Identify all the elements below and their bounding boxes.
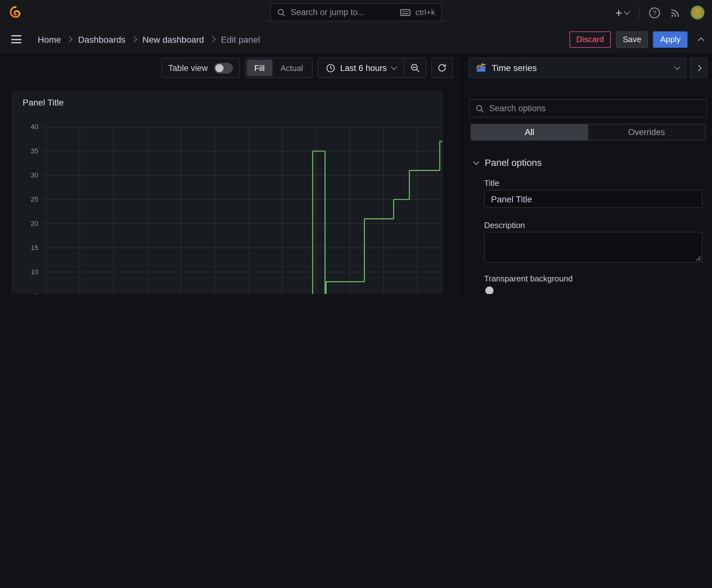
- chevron-right-icon: [209, 36, 216, 42]
- new-button[interactable]: +: [615, 6, 629, 19]
- chevron-right-icon: [695, 65, 702, 71]
- refresh-button[interactable]: [431, 58, 453, 78]
- title-label: Title: [484, 178, 499, 188]
- chevron-right-icon: [131, 36, 137, 42]
- visualization-picker[interactable]: Time series: [469, 58, 686, 78]
- search-icon: [277, 8, 286, 17]
- search-icon: [475, 104, 484, 113]
- zoom-out-button[interactable]: [404, 58, 426, 77]
- svg-text:35: 35: [31, 147, 38, 155]
- menu-toggle[interactable]: [9, 33, 24, 46]
- chevron-down-icon: [624, 8, 630, 15]
- description-textarea[interactable]: [484, 232, 703, 262]
- divider: [639, 6, 639, 19]
- panel-options-header[interactable]: Panel options: [474, 157, 542, 168]
- actual-option[interactable]: Actual: [273, 60, 310, 76]
- svg-text:10: 10: [31, 268, 38, 276]
- description-label: Description: [484, 220, 525, 230]
- chevron-down-icon: [674, 64, 680, 70]
- help-icon[interactable]: ?: [649, 6, 661, 19]
- time-range-label: Last 6 hours: [340, 63, 387, 72]
- clock-icon: [326, 63, 335, 72]
- resize-handle-icon[interactable]: [696, 256, 701, 261]
- collapse-pane-button[interactable]: [690, 58, 707, 78]
- global-search[interactable]: Search or jump to... ctrl+k: [270, 3, 442, 21]
- time-range-picker[interactable]: Last 6 hours: [318, 63, 404, 72]
- breadcrumb-new-dashboard[interactable]: New dashboard: [143, 34, 204, 44]
- save-button[interactable]: Save: [616, 31, 648, 47]
- search-placeholder: Search or jump to...: [291, 7, 395, 17]
- panel-toolbar: Table view Fill Actual Last 6 hours: [161, 58, 453, 78]
- svg-text:20: 20: [31, 219, 38, 227]
- apply-button[interactable]: Apply: [653, 31, 688, 47]
- options-pane: Time series Search options All Overrides…: [462, 54, 712, 294]
- discard-button[interactable]: Discard: [569, 31, 611, 47]
- zoom-out-icon: [410, 63, 420, 73]
- svg-text:?: ?: [653, 9, 656, 16]
- time-series-icon: [476, 63, 486, 73]
- tab-overrides[interactable]: Overrides: [588, 124, 705, 140]
- panel-preview: Panel Title 051015202530354015:3016:0016…: [12, 91, 443, 294]
- options-search[interactable]: Search options: [469, 99, 707, 118]
- svg-text:5: 5: [35, 292, 38, 294]
- edit-pane-left: Table view Fill Actual Last 6 hours: [0, 54, 462, 294]
- transparent-bg-label: Transparent background: [484, 274, 573, 283]
- svg-text:30: 30: [31, 171, 38, 179]
- breadcrumb-dashboards[interactable]: Dashboards: [78, 34, 126, 44]
- breadcrumb-bar: Home Dashboards New dashboard Edit panel…: [0, 25, 712, 54]
- news-rss-icon[interactable]: [670, 7, 681, 18]
- grafana-logo[interactable]: [9, 6, 23, 19]
- chevron-down-icon: [473, 158, 479, 165]
- options-filter-tabs: All Overrides: [470, 124, 706, 141]
- breadcrumb-edit-panel: Edit panel: [221, 34, 260, 44]
- svg-text:40: 40: [31, 123, 38, 131]
- user-avatar[interactable]: [691, 6, 705, 19]
- panel-title[interactable]: Panel Title: [23, 97, 64, 107]
- panel-options-title: Panel options: [485, 157, 542, 168]
- top-nav: Search or jump to... ctrl+k + ?: [0, 0, 712, 26]
- svg-text:25: 25: [31, 195, 38, 203]
- grafana-edit-panel-screen: Search or jump to... ctrl+k + ?: [0, 0, 712, 294]
- svg-text:15: 15: [31, 244, 38, 252]
- keyboard-icon: [400, 8, 410, 16]
- tab-all[interactable]: All: [471, 124, 588, 140]
- time-series-chart[interactable]: 051015202530354015:3016:0016:3017:0017:3…: [21, 119, 446, 294]
- options-search-placeholder: Search options: [489, 104, 546, 113]
- plus-icon: +: [615, 6, 622, 19]
- visualization-name: Time series: [492, 63, 669, 73]
- table-view-label: Table view: [168, 63, 208, 72]
- time-controls: Last 6 hours: [317, 58, 426, 78]
- top-nav-actions: + ?: [615, 0, 705, 25]
- breadcrumb: Home Dashboards New dashboard Edit panel: [38, 34, 260, 44]
- collapse-options-icon[interactable]: [698, 37, 704, 43]
- table-view-control: Table view: [161, 58, 240, 78]
- table-view-toggle[interactable]: [214, 63, 233, 73]
- hamburger-icon: [11, 35, 21, 37]
- fill-option[interactable]: Fill: [247, 60, 272, 76]
- search-shortcut: ctrl+k: [415, 7, 435, 17]
- breadcrumb-home[interactable]: Home: [38, 34, 61, 44]
- panel-title-input[interactable]: [484, 190, 703, 208]
- chevron-right-icon: [67, 36, 73, 42]
- chevron-down-icon: [391, 64, 397, 70]
- fill-actual-switch: Fill Actual: [245, 58, 313, 78]
- refresh-icon: [437, 63, 447, 73]
